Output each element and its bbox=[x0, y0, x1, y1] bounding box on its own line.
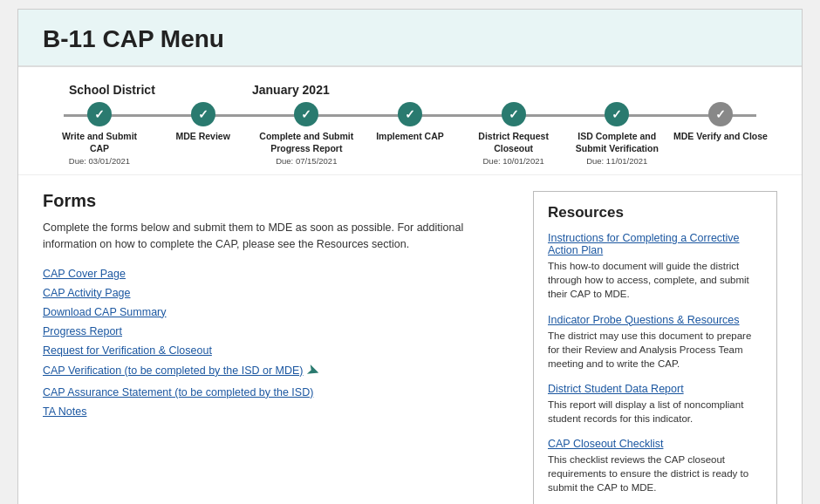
list-item: CAP Assurance Statement (to be completed… bbox=[43, 384, 512, 399]
resource-link-4[interactable]: CAP Closeout Checklist bbox=[548, 438, 762, 450]
step-label-4: Implement CAP bbox=[376, 131, 444, 143]
step-circle-3: ✓ bbox=[294, 102, 318, 126]
cap-verification-link[interactable]: CAP Verification (to be completed by the… bbox=[43, 364, 304, 377]
step-label-6: ISD Complete and Submit Verification bbox=[569, 131, 665, 154]
download-cap-summary-link[interactable]: Download CAP Summary bbox=[43, 306, 167, 318]
progress-report-link[interactable]: Progress Report bbox=[43, 325, 122, 337]
cap-assurance-link[interactable]: CAP Assurance Statement (to be completed… bbox=[43, 386, 313, 398]
resource-desc-1: This how-to document will guide the dist… bbox=[548, 259, 762, 301]
resource-item-3: District Student Data Report This report… bbox=[548, 383, 762, 426]
step-label-5: District Request Closeout bbox=[466, 131, 562, 154]
timeline-track: ✓ Write and Submit CAP Due: 03/01/2021 ✓… bbox=[51, 102, 769, 166]
resource-link-3[interactable]: District Student Data Report bbox=[548, 383, 762, 395]
step-circle-6: ✓ bbox=[605, 102, 629, 126]
step-due-5: Due: 10/01/2021 bbox=[482, 156, 543, 166]
resource-desc-3: This report will display a list of nonco… bbox=[548, 398, 762, 426]
list-item: Request for Verification & Closeout bbox=[43, 342, 512, 358]
ta-notes-link[interactable]: TA Notes bbox=[43, 405, 86, 418]
step-due-6: Due: 11/01/2021 bbox=[586, 156, 647, 166]
resource-link-2[interactable]: Indicator Probe Questions & Resources bbox=[548, 314, 762, 326]
timeline-step-6: ✓ ISD Complete and Submit Verification D… bbox=[569, 102, 665, 166]
step-circle-1: ✓ bbox=[87, 102, 112, 126]
arrow-icon: ➤ bbox=[304, 359, 323, 382]
timeline-step-3: ✓ Complete and Submit Progress Report Du… bbox=[258, 102, 354, 166]
page-header: B-11 CAP Menu bbox=[18, 10, 802, 67]
list-item: Download CAP Summary bbox=[43, 303, 512, 319]
timeline-step-5: ✓ District Request Closeout Due: 10/01/2… bbox=[466, 102, 562, 166]
timeline-step-2: ✓ MDE Review bbox=[155, 102, 251, 166]
step-circle-4: ✓ bbox=[398, 102, 422, 126]
step-label-3: Complete and Submit Progress Report bbox=[258, 131, 354, 154]
step-circle-5: ✓ bbox=[502, 102, 526, 126]
resource-item-4: CAP Closeout Checklist This checklist re… bbox=[548, 438, 762, 494]
cap-cover-page-link[interactable]: CAP Cover Page bbox=[43, 268, 126, 280]
timeline-step-4: ✓ Implement CAP bbox=[362, 102, 458, 166]
forms-section: Forms Complete the forms below and submi… bbox=[43, 191, 512, 504]
resource-item-1: Instructions for Completing a Corrective… bbox=[548, 232, 762, 301]
list-item: CAP Activity Page bbox=[43, 284, 512, 300]
timeline-step-7: ✓ MDE Verify and Close bbox=[673, 102, 769, 166]
cap-activity-page-link[interactable]: CAP Activity Page bbox=[43, 287, 131, 299]
resource-link-1[interactable]: Instructions for Completing a Corrective… bbox=[548, 232, 762, 256]
forms-heading: Forms bbox=[43, 191, 512, 211]
resource-desc-4: This checklist reviews the CAP closeout … bbox=[548, 453, 762, 494]
step-label-2: MDE Review bbox=[175, 131, 229, 143]
resource-item-2: Indicator Probe Questions & Resources Th… bbox=[548, 314, 762, 371]
forms-list: CAP Cover Page CAP Activity Page Downloa… bbox=[43, 265, 512, 419]
resource-desc-2: The district may use this document to pr… bbox=[548, 329, 762, 371]
page-container: B-11 CAP Menu School District January 20… bbox=[17, 9, 803, 504]
step-circle-7: ✓ bbox=[708, 102, 733, 126]
timeline-label-jan: January 2021 bbox=[252, 83, 427, 97]
forms-description: Complete the forms below and submit them… bbox=[43, 220, 512, 253]
list-item: Progress Report bbox=[43, 323, 512, 338]
step-label-7: MDE Verify and Close bbox=[673, 131, 768, 143]
page-title: B-11 CAP Menu bbox=[43, 25, 777, 53]
timeline-section: School District January 2021 ✓ Write and… bbox=[18, 67, 802, 175]
list-item: CAP Cover Page bbox=[43, 265, 512, 281]
step-label-1: Write and Submit CAP bbox=[51, 131, 147, 154]
step-due-1: Due: 03/01/2021 bbox=[69, 156, 130, 166]
timeline-step-1: ✓ Write and Submit CAP Due: 03/01/2021 bbox=[51, 102, 147, 166]
step-circle-2: ✓ bbox=[191, 102, 215, 126]
list-item: CAP Verification (to be completed by the… bbox=[43, 361, 512, 380]
timeline-labels: School District January 2021 bbox=[43, 83, 777, 97]
list-item: TA Notes bbox=[43, 403, 512, 419]
request-verification-link[interactable]: Request for Verification & Closeout bbox=[43, 344, 212, 357]
timeline-label-school: School District bbox=[69, 83, 252, 97]
main-content: Forms Complete the forms below and submi… bbox=[18, 175, 802, 504]
timeline-steps: ✓ Write and Submit CAP Due: 03/01/2021 ✓… bbox=[51, 102, 769, 166]
resources-section: Resources Instructions for Completing a … bbox=[533, 191, 777, 504]
resources-heading: Resources bbox=[548, 204, 762, 221]
step-due-3: Due: 07/15/2021 bbox=[276, 156, 337, 166]
